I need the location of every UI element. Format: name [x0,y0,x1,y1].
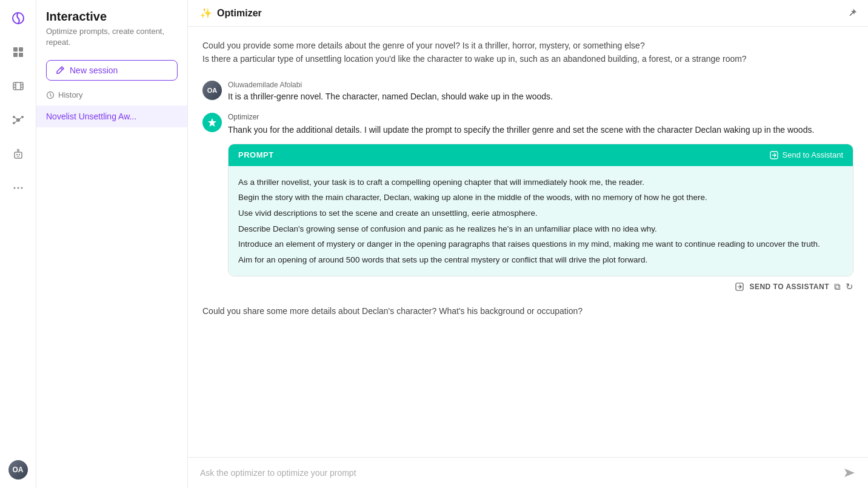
copy-icon[interactable]: ⧉ [834,281,841,292]
prompt-header: PROMPT Send to Assistant [229,144,853,166]
icon-sidebar: OA [0,0,36,488]
more-icon[interactable] [7,177,29,199]
optimizer-content: Optimizer Thank you for the additional d… [228,113,853,295]
send-to-assistant-icon [769,150,779,160]
chat-header-title: Optimizer [217,8,262,19]
magic-wand-icon: ✨ [200,7,212,19]
svg-rect-5 [13,82,23,90]
nodes-icon[interactable] [7,109,29,131]
send-to-assistant-button[interactable]: Send to Assistant [769,150,843,160]
user-avatar: OA [202,81,222,100]
prompt-line-4: Describe Declan's growing sense of confu… [238,222,843,236]
logo-icon[interactable] [7,7,29,29]
prompt-line-2: Begin the story with the main character,… [238,191,843,204]
svg-line-17 [19,118,21,119]
clock-icon [46,91,55,99]
optimizer-message-row: Optimizer Thank you for the additional d… [202,113,853,295]
prompt-line-6: Aim for an opening of around 500 words t… [238,253,843,267]
history-label: History [36,90,187,105]
inline-send-icon [735,282,744,292]
inline-send-label[interactable]: SEND TO ASSISTANT [749,282,829,291]
history-item[interactable]: Novelist Unsettling Aw... [36,105,187,127]
system-message: Could you provide some more details abou… [202,39,853,71]
prompt-label: PROMPT [238,150,274,159]
chat-input[interactable] [200,468,836,478]
optimizer-name: Optimizer [228,113,853,121]
expand-icon[interactable]: ⇥ [845,6,859,20]
svg-rect-4 [19,53,23,57]
main-area: ✨ Optimizer ⇥ Could you provide some mor… [188,0,868,488]
user-msg-content: Oluwademilade Afolabi It is a thriller-g… [228,81,553,103]
svg-point-24 [17,149,19,151]
chat-input-area [188,457,868,488]
svg-rect-1 [13,47,18,52]
svg-line-18 [15,121,17,122]
edit-icon [55,65,65,75]
new-session-button[interactable]: New session [46,60,178,81]
svg-point-26 [17,187,19,189]
follow-up-message: Could you share some more details about … [202,304,853,323]
user-profile-icon[interactable]: OA [7,459,29,481]
optimizer-avatar [202,113,222,132]
messages-area: Could you provide some more details abou… [188,27,868,457]
svg-point-14 [21,116,24,118]
svg-rect-21 [19,154,20,155]
prompt-line-3: Use vivid descriptions to set the scene … [238,207,843,220]
user-name: Oluwademilade Afolabi [228,81,553,89]
robot-icon[interactable] [7,143,29,165]
svg-point-13 [13,116,15,118]
send-button[interactable] [843,466,856,480]
prompt-line-5: Introduce an element of mystery or dange… [238,238,843,251]
svg-rect-19 [15,152,22,158]
svg-point-25 [13,187,15,189]
svg-point-12 [16,118,20,122]
inline-send-row: SEND TO ASSISTANT ⧉ ↻ [228,279,853,295]
svg-rect-20 [16,154,18,155]
svg-rect-3 [13,53,18,57]
grid-icon[interactable] [7,41,29,63]
prompt-line-1: As a thriller novelist, your task is to … [238,176,843,189]
app-subtitle: Optimize prompts, create content, repeat… [36,26,187,60]
svg-rect-2 [19,47,23,52]
svg-line-31 [50,95,52,96]
new-session-label: New session [70,65,118,75]
user-text: It is a thriller-genre novel. The charac… [228,90,553,103]
prompt-body: As a thriller novelist, your task is to … [229,166,853,276]
svg-point-27 [21,187,22,189]
svg-line-16 [15,118,17,119]
svg-point-15 [13,122,15,124]
left-panel: Interactive Optimize prompts, create con… [36,0,188,488]
chat-header: ✨ Optimizer ⇥ [188,0,868,27]
user-message-row: OA Oluwademilade Afolabi It is a thrille… [202,81,853,103]
refresh-icon[interactable]: ↻ [846,281,853,292]
svg-line-28 [61,68,62,70]
optimizer-text: Thank you for the additional details. I … [228,124,853,136]
send-to-assistant-label: Send to Assistant [783,150,843,159]
app-title: Interactive [36,10,187,26]
prompt-container: PROMPT Send to Assistant As a thriller n… [228,144,853,277]
film-icon[interactable] [7,75,29,97]
